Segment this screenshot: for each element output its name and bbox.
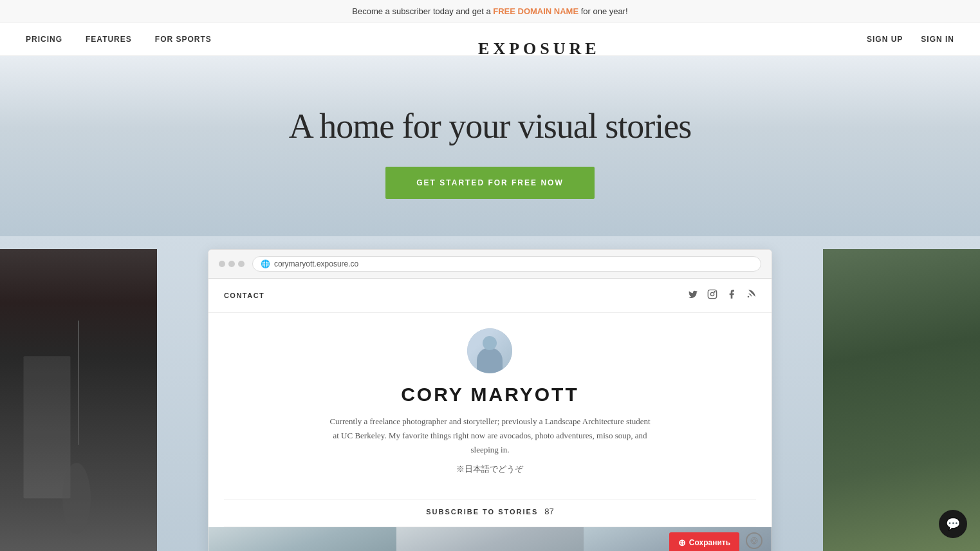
browser-bar: 🌐 corymaryott.exposure.co: [208, 250, 772, 279]
banner-text-after: for one year!: [578, 6, 628, 16]
svg-point-5: [753, 539, 756, 543]
facebook-icon[interactable]: [726, 289, 737, 302]
social-icons: [688, 289, 756, 302]
rss-icon[interactable]: [746, 289, 756, 302]
svg-point-2: [714, 292, 715, 292]
photo-grid-item-2[interactable]: [396, 527, 584, 551]
globe-icon: 🌐: [261, 259, 270, 268]
subscribe-text[interactable]: SUBSCRIBE TO STORIES: [426, 508, 538, 516]
nav-pricing[interactable]: PRICING: [26, 35, 62, 44]
nav-right: SIGN UP SIGN IN: [867, 35, 954, 44]
header: PRICING FEATURES FOR SPORTS EXPOSURE SIG…: [0, 23, 980, 56]
save-area: ⊕ Сохранить: [208, 527, 772, 551]
browser-wrapper: 🌐 corymaryott.exposure.co CONTACT: [176, 249, 804, 551]
nav-left: PRICING FEATURES FOR SPORTS: [26, 35, 212, 44]
save-icon: ⊕: [678, 537, 686, 548]
photo-grid-item-1[interactable]: [208, 527, 396, 551]
contact-link[interactable]: CONTACT: [224, 292, 264, 299]
hero-section: A home for your visual stories GET START…: [0, 56, 980, 236]
hero-cta-button[interactable]: GET STARTED FOR FREE NOW: [385, 167, 594, 199]
side-image-right: [823, 249, 980, 551]
avatar: [467, 328, 512, 373]
browser-dots: [219, 261, 245, 267]
chat-icon: 💬: [946, 517, 960, 531]
subscribe-bar[interactable]: SUBSCRIBE TO STORIES 87: [224, 500, 756, 527]
nav-features[interactable]: FEATURES: [86, 35, 132, 44]
chat-widget[interactable]: 💬: [939, 510, 967, 538]
side-image-left-inner: [0, 249, 157, 551]
browser-url-bar: 🌐 corymaryott.exposure.co: [252, 256, 761, 272]
profile-nav: CONTACT: [208, 279, 772, 313]
top-banner: Become a subscriber today and get a FREE…: [0, 0, 980, 23]
browser-dot-red: [219, 261, 225, 267]
instagram-icon[interactable]: [707, 289, 717, 302]
browser-dot-green: [238, 261, 245, 267]
save-label: Сохранить: [689, 538, 730, 547]
profile-name: CORY MARYOTT: [234, 384, 746, 406]
banner-free-domain[interactable]: FREE DOMAIN NAME: [493, 6, 578, 16]
hero-title: A home for your visual stories: [289, 106, 691, 146]
profile-content: CORY MARYOTT Currently a freelance photo…: [208, 313, 772, 500]
save-button[interactable]: ⊕ Сохранить: [669, 532, 739, 551]
content-area: 🌐 corymaryott.exposure.co CONTACT: [0, 236, 980, 551]
svg-rect-0: [708, 290, 716, 298]
nav-sign-in[interactable]: SIGN IN: [921, 35, 954, 44]
subscribe-count: 87: [544, 507, 553, 516]
side-image-right-inner: [823, 249, 980, 551]
browser-url: corymaryott.exposure.co: [274, 259, 358, 268]
avatar-placeholder: [467, 328, 512, 373]
profile-japanese: ※日本語でどうぞ: [234, 463, 746, 475]
profile-page: CONTACT: [208, 279, 772, 551]
side-image-left: [0, 249, 157, 551]
nav-sign-up[interactable]: SIGN UP: [867, 35, 903, 44]
nav-for-sports[interactable]: FOR SPORTS: [155, 35, 212, 44]
banner-text-before: Become a subscriber today and get a: [352, 6, 493, 16]
browser-mockup: 🌐 corymaryott.exposure.co CONTACT: [208, 249, 772, 551]
browser-dot-yellow: [228, 261, 235, 267]
svg-point-3: [748, 296, 750, 298]
twitter-icon[interactable]: [688, 289, 698, 302]
profile-bio: Currently a freelance photographer and s…: [329, 415, 651, 457]
content-inner: 🌐 corymaryott.exposure.co CONTACT: [0, 249, 980, 551]
svg-point-1: [710, 292, 714, 295]
